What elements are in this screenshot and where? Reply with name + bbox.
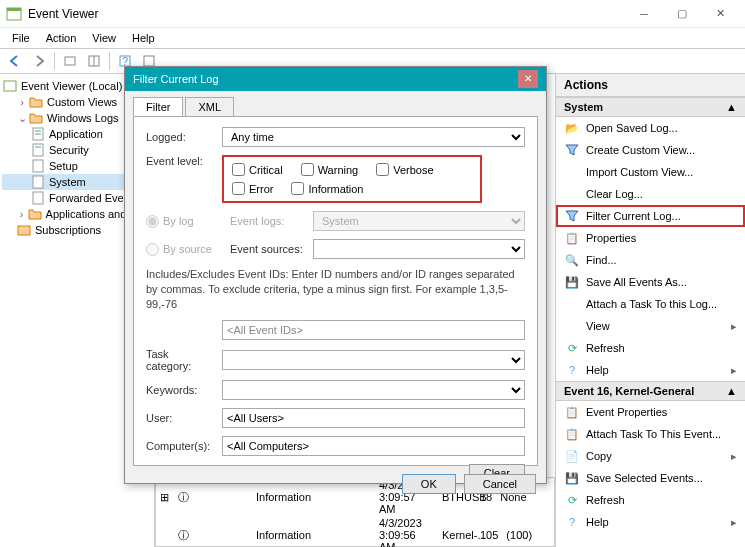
menu-action[interactable]: Action [38, 30, 85, 46]
log-icon [30, 175, 46, 189]
dialog-titlebar[interactable]: Filter Current Log ✕ [125, 67, 546, 91]
arrow-right-icon: ▸ [731, 364, 737, 377]
event-logs-label: Event logs: [230, 215, 305, 227]
log-icon [30, 143, 46, 157]
back-button[interactable] [4, 50, 26, 72]
titlebar: Event Viewer ─ ▢ ✕ [0, 0, 745, 28]
action-attach-event-task[interactable]: 📋Attach Task To This Event... [556, 423, 745, 445]
forward-button[interactable] [28, 50, 50, 72]
action-help-2[interactable]: ?Help▸ [556, 511, 745, 533]
arrow-right-icon: ▸ [731, 320, 737, 333]
information-checkbox[interactable]: Information [291, 182, 363, 195]
subscriptions-icon [16, 223, 32, 237]
refresh-icon: ⟳ [564, 340, 580, 356]
logged-label: Logged: [146, 131, 214, 143]
svg-rect-8 [4, 81, 16, 91]
actions-group-system[interactable]: System ▲ [556, 97, 745, 117]
action-help[interactable]: ?Help▸ [556, 359, 745, 381]
help-icon: ? [564, 514, 580, 530]
event-ids-input[interactable] [222, 320, 525, 340]
properties-icon: 📋 [564, 230, 580, 246]
menu-file[interactable]: File [4, 30, 38, 46]
keywords-select[interactable] [222, 380, 525, 400]
log-icon [30, 127, 46, 141]
help-icon: ? [564, 362, 580, 378]
verbose-checkbox[interactable]: Verbose [376, 163, 433, 176]
critical-checkbox[interactable]: Critical [232, 163, 283, 176]
svg-rect-1 [7, 8, 21, 11]
by-log-radio: By log [146, 215, 214, 228]
window-title: Event Viewer [28, 7, 625, 21]
toolbar-icon-1[interactable] [59, 50, 81, 72]
action-attach-task[interactable]: Attach a Task To this Log... [556, 293, 745, 315]
task-category-label: Task category: [146, 348, 214, 372]
menubar: File Action View Help [0, 28, 745, 48]
action-save-selected[interactable]: 💾Save Selected Events... [556, 467, 745, 489]
svg-rect-14 [33, 160, 43, 172]
by-source-radio: By source [146, 243, 214, 256]
ok-button[interactable]: OK [402, 474, 456, 494]
event-row[interactable]: ⓘ Information 4/3/2023 3:09:56 AM Kernel… [156, 516, 554, 547]
expand-icon[interactable]: › [16, 208, 27, 220]
expand-icon[interactable]: › [16, 96, 28, 108]
computers-input[interactable] [222, 436, 525, 456]
info-icon: ⓘ [178, 528, 248, 543]
action-refresh-2[interactable]: ⟳Refresh [556, 489, 745, 511]
find-icon: 🔍 [564, 252, 580, 268]
logged-select[interactable]: Any time [222, 127, 525, 147]
svg-rect-2 [65, 57, 75, 65]
tab-xml[interactable]: XML [185, 97, 234, 116]
svg-rect-12 [33, 144, 43, 156]
menu-view[interactable]: View [84, 30, 124, 46]
event-logs-select: System [313, 211, 525, 231]
event-level-box: Critical Warning Verbose Error Informati… [222, 155, 482, 203]
action-save-all[interactable]: 💾Save All Events As... [556, 271, 745, 293]
tab-filter[interactable]: Filter [133, 97, 183, 116]
task-icon [564, 296, 580, 312]
action-refresh[interactable]: ⟳Refresh [556, 337, 745, 359]
copy-icon: 📄 [564, 448, 580, 464]
eventviewer-icon [2, 79, 18, 93]
import-icon [564, 164, 580, 180]
close-button[interactable]: ✕ [701, 1, 739, 27]
app-icon [6, 6, 22, 22]
action-find[interactable]: 🔍Find... [556, 249, 745, 271]
user-input[interactable] [222, 408, 525, 428]
minimize-button[interactable]: ─ [625, 1, 663, 27]
task-category-select[interactable] [222, 350, 525, 370]
actions-group-event[interactable]: Event 16, Kernel-General ▲ [556, 381, 745, 401]
maximize-button[interactable]: ▢ [663, 1, 701, 27]
computers-label: Computer(s): [146, 440, 214, 452]
event-level-label: Event level: [146, 155, 214, 167]
menu-help[interactable]: Help [124, 30, 163, 46]
action-create-view[interactable]: Create Custom View... [556, 139, 745, 161]
log-icon [30, 159, 46, 173]
svg-rect-17 [18, 226, 30, 235]
actions-pane: Actions System ▲ 📂Open Saved Log... Crea… [555, 74, 745, 547]
action-copy[interactable]: 📄Copy▸ [556, 445, 745, 467]
action-properties[interactable]: 📋Properties [556, 227, 745, 249]
action-view[interactable]: View▸ [556, 315, 745, 337]
dialog-title: Filter Current Log [133, 73, 219, 85]
dialog-tabs: Filter XML [125, 91, 546, 116]
dialog-close-button[interactable]: ✕ [518, 70, 538, 88]
warning-checkbox[interactable]: Warning [301, 163, 359, 176]
cancel-button[interactable]: Cancel [464, 474, 536, 494]
action-import-view[interactable]: Import Custom View... [556, 161, 745, 183]
svg-rect-15 [33, 176, 43, 188]
action-open-saved[interactable]: 📂Open Saved Log... [556, 117, 745, 139]
action-clear-log[interactable]: Clear Log... [556, 183, 745, 205]
action-event-properties[interactable]: 📋Event Properties [556, 401, 745, 423]
action-filter-log[interactable]: Filter Current Log... [556, 205, 745, 227]
collapse-icon[interactable]: ⌄ [16, 112, 28, 125]
collapse-icon[interactable]: ▲ [726, 385, 737, 397]
event-sources-select[interactable] [313, 239, 525, 259]
view-icon [564, 318, 580, 334]
svg-rect-16 [33, 192, 43, 204]
collapse-icon[interactable]: ▲ [726, 101, 737, 113]
dialog-body: Logged: Any time Event level: Critical W… [133, 116, 538, 466]
error-checkbox[interactable]: Error [232, 182, 273, 195]
folder-icon [28, 111, 44, 125]
save-icon: 💾 [564, 274, 580, 290]
toolbar-icon-2[interactable] [83, 50, 105, 72]
